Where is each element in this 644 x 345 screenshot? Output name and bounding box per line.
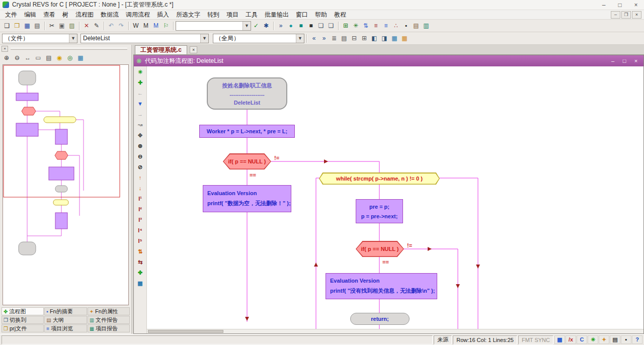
menu-item[interactable]: 所选文字 [173,10,204,20]
watch-icon[interactable]: W [131,21,141,31]
mdi-close-icon[interactable]: × [632,11,641,19]
line-view-icon[interactable]: ≣ [329,34,339,43]
fit-page-icon[interactable]: ▭ [33,53,43,63]
panel-grip[interactable] [11,48,127,50]
dropdown-arrow-icon[interactable]: ▼ [243,22,251,30]
tab-project-browse[interactable]: ≡ 项目浏览 [44,324,87,332]
symbol-combo-value[interactable]: DeleteList [81,35,200,42]
tab-fn-properties[interactable]: ✦ Fn的属性 [88,307,130,315]
detail-list-icon[interactable]: ≡ [371,21,381,31]
canvas-hscrollbar[interactable] [147,329,643,333]
tab-flowchart[interactable]: ✤ 流程图 [2,307,44,315]
block-view-icon[interactable]: ▤ [339,34,349,43]
ink-drop-icon[interactable]: ● [286,21,296,31]
flow-node-if-2[interactable]: if( p == NULL ) [356,241,404,257]
pages-icon[interactable]: ▤ [44,53,54,63]
menu-item[interactable]: 项目 [223,10,242,20]
tab-close-icon[interactable]: × [190,46,197,53]
c-lang-icon[interactable]: C [577,335,587,344]
align-icon[interactable]: ✳ [135,67,145,77]
flag-icon[interactable]: ⚐ [161,21,171,31]
level1-icon[interactable]: I¹ [135,194,145,204]
flow-node-eval-1[interactable]: Evaluation Version printf( "数据为空，无法删除！" … [203,185,291,212]
fc-close-icon[interactable]: × [631,57,641,65]
swap-horiz-icon[interactable]: ⇆ [135,257,145,267]
open-folder-icon[interactable]: ❒ [12,21,22,31]
fc-maximize-icon[interactable]: □ [619,57,629,65]
document-tab[interactable]: 工资管理系统.c [135,45,187,54]
swap-vert-icon[interactable]: ⇅ [135,247,145,256]
grid-zoom-icon[interactable]: ▦ [389,34,399,43]
zoom-out-icon[interactable]: ⊖ [12,53,22,63]
new-file-icon[interactable]: ❑ [2,21,12,31]
tree-view-icon[interactable]: ⊞ [341,21,351,31]
margin-left-icon[interactable]: ◧ [369,34,379,43]
token-next-icon[interactable]: » [319,34,329,43]
panel-icon[interactable]: ▤ [610,335,620,344]
scope-combo-value[interactable]: （全局） [213,34,296,43]
zoom-in-canvas-icon[interactable]: ⊕ [135,141,145,151]
mdi-minimize-icon[interactable]: – [611,11,620,19]
scroll-down-icon[interactable]: ↓ [135,184,145,193]
mark-icon[interactable]: M [141,21,151,31]
window-pane-icon[interactable]: ❏ [316,21,326,31]
target-icon[interactable]: ◎ [65,53,75,63]
menu-item[interactable]: 帮助 [311,10,331,20]
tab-project-report[interactable]: ▦ 项目报告 [88,324,130,332]
fc-minimize-icon[interactable]: – [608,57,618,65]
paste-icon[interactable]: ▨ [67,21,77,31]
export-grid-icon[interactable]: ▦ [135,279,145,288]
flow-tree-icon[interactable]: ✳ [351,21,361,31]
flow-node-while[interactable]: while( strcmp( p->name, n ) != 0 ) [319,172,440,185]
dropdown-arrow-icon[interactable]: ▼ [200,34,208,43]
menu-item[interactable]: 转到 [204,10,223,20]
window-pane2-icon[interactable]: ❏ [326,21,336,31]
mark-all-icon[interactable]: M [151,21,161,31]
menu-item[interactable]: 树 [59,10,72,20]
scope-combo[interactable]: （全局） ▼ [213,34,304,43]
menu-item[interactable]: 编辑 [21,10,40,20]
symbol-combo[interactable]: DeleteList ▼ [80,34,209,43]
flow-node-declaration[interactable]: Worker * p = L->next, * pre = L; [199,125,295,138]
find-icon[interactable]: ✱ [261,21,271,31]
dots-icon[interactable]: ∴ [391,21,401,31]
minimize-icon[interactable]: – [596,0,612,10]
tab-prj-files[interactable]: ❒ prj文件 [2,324,44,332]
tab-fn-summary[interactable]: ▪ Fn的摘要 [44,307,87,315]
canvas-hscrollbar-thumb[interactable] [148,330,223,333]
sort-icon[interactable]: ⇅ [361,21,371,31]
save-icon[interactable]: ▦ [22,21,32,31]
jump-icon[interactable]: ↝ [135,120,145,130]
panel-close-icon[interactable]: × [2,46,8,52]
menu-item[interactable]: 数据流 [97,10,122,20]
menu-item[interactable]: 文件 [2,10,21,20]
menu-item[interactable]: 流程图 [72,10,97,20]
file-combo[interactable]: （文件） ▼ [2,34,77,43]
print-icon[interactable]: ▤ [32,21,42,31]
table-icon[interactable]: ▦ [399,34,410,43]
dropdown-arrow-icon[interactable]: ▼ [296,34,304,43]
margin-right-icon[interactable]: ◨ [379,34,389,43]
close-icon[interactable]: × [628,0,644,10]
center-node-icon[interactable]: ✚ [135,78,145,88]
menu-item[interactable]: 查看 [40,10,59,20]
token-prev-icon[interactable]: « [309,34,319,43]
tab-outline[interactable]: ▤ 大纲 [44,316,87,324]
down-chevron-icon[interactable]: ▼ [135,99,145,109]
back-icon[interactable]: ← [135,89,145,98]
grid-status-icon[interactable]: ▦ [554,335,565,344]
zoom-select-icon[interactable]: ⊘ [135,162,145,172]
pan-icon[interactable]: ✥ [135,131,145,140]
flow-node-loop-body[interactable]: pre = p; p = pre->next; [356,199,403,223]
file-combo-value[interactable]: （文件） [3,34,69,43]
edit-icon[interactable]: ✎ [92,21,102,31]
highlight-pair-icon[interactable]: ◉ [54,53,64,63]
redo-icon[interactable]: ↷ [116,21,126,31]
zoom-in-icon[interactable]: ⊕ [2,53,12,63]
flowchart-minimap[interactable] [3,64,129,305]
delete-icon[interactable]: ✕ [82,21,92,31]
maximize-icon[interactable]: □ [612,0,628,10]
menu-item[interactable]: 窗口 [292,10,311,20]
zoom-out-canvas-icon[interactable]: ⊖ [135,152,145,161]
regex-icon[interactable]: /x [566,335,576,344]
